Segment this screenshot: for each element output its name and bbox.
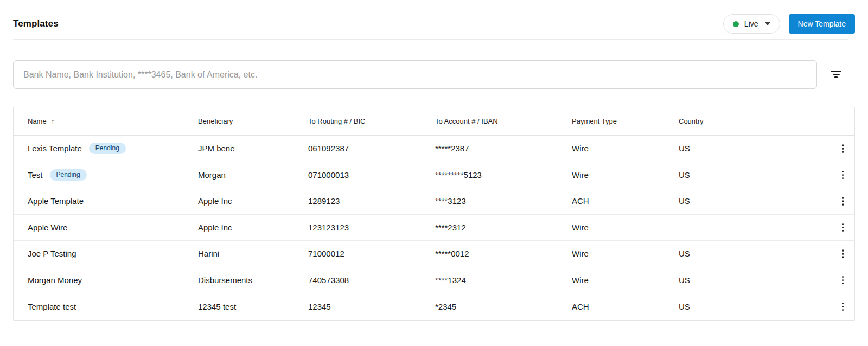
environment-label: Live [744, 20, 758, 28]
country-cell: US [679, 249, 801, 258]
table-row[interactable]: Lexis Template Pending JPM bene 06109238… [14, 136, 854, 162]
routing-cell: 740573308 [308, 275, 435, 285]
payment-type-cell: ACH [572, 196, 679, 206]
template-name: Lexis Template [28, 144, 82, 153]
country-cell: US [679, 170, 801, 180]
column-header-payment-type[interactable]: Payment Type [572, 117, 679, 125]
row-menu-kebab-button[interactable] [837, 220, 850, 235]
payment-type-cell: Wire [572, 223, 679, 232]
template-name: Template test [28, 302, 76, 311]
table-row[interactable]: Apple Template Apple Inc 1289123 ****312… [14, 188, 854, 215]
row-menu-kebab-button[interactable] [837, 246, 850, 261]
account-cell: ****3123 [435, 196, 572, 206]
column-header-country[interactable]: Country [679, 117, 801, 125]
row-menu-kebab-button[interactable] [837, 273, 850, 288]
kebab-icon [842, 144, 844, 146]
status-badge: Pending [50, 169, 87, 181]
sort-ascending-icon: ↑ [51, 117, 55, 126]
row-menu-kebab-button[interactable] [837, 141, 850, 156]
table-row[interactable]: Test Pending Morgan 071000013 *********5… [14, 162, 854, 189]
routing-cell: 71000012 [308, 249, 435, 258]
filter-icon [831, 71, 841, 72]
new-template-button[interactable]: New Template [789, 14, 855, 34]
country-cell: US [679, 302, 801, 311]
kebab-icon [842, 276, 844, 278]
routing-cell: 1289123 [308, 196, 435, 206]
table-body: Lexis Template Pending JPM bene 06109238… [14, 136, 854, 320]
beneficiary-cell: Harini [198, 249, 308, 258]
country-cell: US [679, 275, 801, 285]
templates-table: Name ↑ Beneficiary To Routing # / BIC To… [13, 107, 855, 321]
beneficiary-cell: Apple Inc [198, 196, 308, 206]
payment-type-cell: Wire [572, 170, 679, 180]
payment-type-cell: Wire [572, 249, 679, 258]
beneficiary-cell: Morgan [198, 170, 308, 180]
account-cell: ****1324 [435, 275, 572, 285]
table-row[interactable]: Template test 12345 test 12345 *2345 ACH… [14, 293, 854, 320]
beneficiary-cell: Disbursements [198, 275, 308, 285]
kebab-icon [842, 249, 844, 252]
kebab-icon [842, 171, 844, 173]
template-name: Apple Wire [28, 223, 67, 232]
routing-cell: 071000013 [308, 170, 435, 180]
account-cell: *********5123 [435, 170, 572, 180]
payment-type-cell: Wire [572, 275, 679, 285]
column-header-routing[interactable]: To Routing # / BIC [308, 117, 435, 125]
account-cell: *2345 [435, 302, 572, 311]
country-cell: US [679, 144, 801, 153]
table-row[interactable]: Joe P Testing Harini 71000012 *****0012 … [14, 241, 854, 267]
row-menu-kebab-button[interactable] [837, 168, 850, 183]
table-row[interactable]: Morgan Money Disbursements 740573308 ***… [14, 267, 854, 294]
column-header-name[interactable]: Name ↑ [14, 117, 198, 126]
kebab-icon [842, 197, 844, 199]
column-header-account[interactable]: To Account # / IBAN [435, 117, 572, 125]
table-row[interactable]: Apple Wire Apple Inc 123123123 ****2312 … [14, 215, 854, 241]
kebab-icon [842, 303, 844, 305]
account-cell: *****2387 [435, 144, 572, 153]
row-menu-kebab-button[interactable] [837, 194, 850, 209]
table-header-row: Name ↑ Beneficiary To Routing # / BIC To… [14, 107, 854, 136]
column-header-beneficiary[interactable]: Beneficiary [198, 117, 308, 125]
environment-dropdown[interactable]: Live [723, 14, 780, 34]
beneficiary-cell: 12345 test [198, 302, 308, 311]
account-cell: ****2312 [435, 223, 572, 232]
payment-type-cell: Wire [572, 144, 679, 153]
live-status-dot-icon [733, 21, 739, 27]
search-section [13, 60, 843, 89]
chevron-down-icon [765, 22, 770, 25]
filter-button[interactable] [829, 68, 843, 82]
row-menu-kebab-button[interactable] [837, 299, 850, 315]
page-title: Templates [13, 18, 59, 29]
routing-cell: 061092387 [308, 144, 435, 153]
page-header: Templates Live New Template [0, 0, 868, 39]
header-divider [13, 39, 848, 40]
template-name: Joe P Testing [28, 249, 76, 258]
template-name: Test [28, 170, 43, 180]
header-actions: Live New Template [723, 14, 855, 34]
template-name: Morgan Money [28, 275, 82, 285]
template-name: Apple Template [28, 196, 84, 206]
search-input[interactable] [13, 60, 817, 89]
routing-cell: 123123123 [308, 223, 435, 232]
account-cell: *****0012 [435, 249, 572, 258]
status-badge: Pending [89, 143, 126, 154]
payment-type-cell: ACH [572, 302, 679, 311]
routing-cell: 12345 [308, 302, 435, 311]
beneficiary-cell: Apple Inc [198, 223, 308, 232]
beneficiary-cell: JPM bene [198, 144, 308, 153]
kebab-icon [842, 223, 844, 226]
country-cell: US [679, 196, 801, 206]
